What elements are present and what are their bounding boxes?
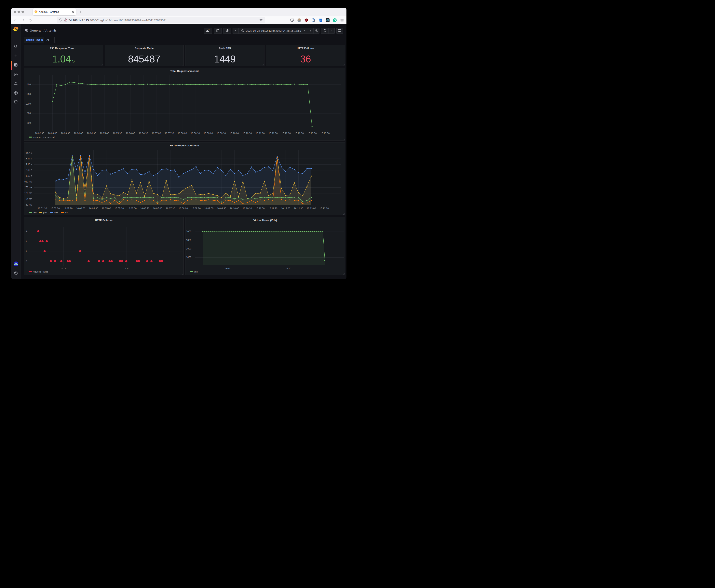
svg-text:uO: uO bbox=[306, 19, 308, 21]
svg-text:S: S bbox=[320, 19, 321, 21]
